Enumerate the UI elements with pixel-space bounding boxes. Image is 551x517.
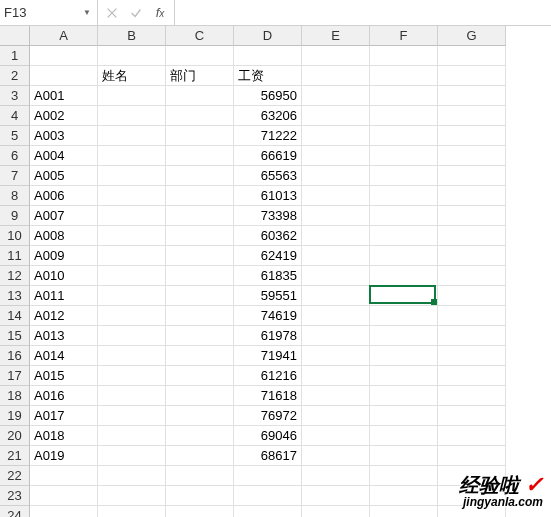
cell-E7[interactable] xyxy=(302,166,370,186)
dropdown-arrow-icon[interactable]: ▼ xyxy=(81,8,93,17)
row-header-5[interactable]: 5 xyxy=(0,126,30,146)
cell-B21[interactable] xyxy=(98,446,166,466)
col-header-F[interactable]: F xyxy=(370,26,438,46)
row-header-8[interactable]: 8 xyxy=(0,186,30,206)
cell-G3[interactable] xyxy=(438,86,506,106)
cell-E2[interactable] xyxy=(302,66,370,86)
cell-A7[interactable]: A005 xyxy=(30,166,98,186)
col-header-E[interactable]: E xyxy=(302,26,370,46)
grid-body[interactable]: 姓名部门工资A00156950A00263206A00371222A004666… xyxy=(30,46,506,517)
cell-D7[interactable]: 65563 xyxy=(234,166,302,186)
cell-C23[interactable] xyxy=(166,486,234,506)
cell-F8[interactable] xyxy=(370,186,438,206)
cell-A15[interactable]: A013 xyxy=(30,326,98,346)
cell-A22[interactable] xyxy=(30,466,98,486)
cell-C17[interactable] xyxy=(166,366,234,386)
row-header-3[interactable]: 3 xyxy=(0,86,30,106)
cell-B11[interactable] xyxy=(98,246,166,266)
cell-E13[interactable] xyxy=(302,286,370,306)
cell-C1[interactable] xyxy=(166,46,234,66)
cell-C24[interactable] xyxy=(166,506,234,517)
cell-F7[interactable] xyxy=(370,166,438,186)
col-header-A[interactable]: A xyxy=(30,26,98,46)
cell-C11[interactable] xyxy=(166,246,234,266)
enter-button[interactable] xyxy=(124,0,148,25)
cell-F24[interactable] xyxy=(370,506,438,517)
cell-B18[interactable] xyxy=(98,386,166,406)
cell-A13[interactable]: A011 xyxy=(30,286,98,306)
cell-G17[interactable] xyxy=(438,366,506,386)
cell-E14[interactable] xyxy=(302,306,370,326)
cell-G18[interactable] xyxy=(438,386,506,406)
cell-E22[interactable] xyxy=(302,466,370,486)
col-header-B[interactable]: B xyxy=(98,26,166,46)
row-header-23[interactable]: 23 xyxy=(0,486,30,506)
cell-E17[interactable] xyxy=(302,366,370,386)
cell-D5[interactable]: 71222 xyxy=(234,126,302,146)
row-header-11[interactable]: 11 xyxy=(0,246,30,266)
cell-F1[interactable] xyxy=(370,46,438,66)
cell-D10[interactable]: 60362 xyxy=(234,226,302,246)
cell-C5[interactable] xyxy=(166,126,234,146)
cell-G14[interactable] xyxy=(438,306,506,326)
cell-E21[interactable] xyxy=(302,446,370,466)
cell-F6[interactable] xyxy=(370,146,438,166)
cell-E18[interactable] xyxy=(302,386,370,406)
cell-E19[interactable] xyxy=(302,406,370,426)
cell-F2[interactable] xyxy=(370,66,438,86)
cell-C2[interactable]: 部门 xyxy=(166,66,234,86)
cell-G20[interactable] xyxy=(438,426,506,446)
cell-D6[interactable]: 66619 xyxy=(234,146,302,166)
cell-B16[interactable] xyxy=(98,346,166,366)
cell-C14[interactable] xyxy=(166,306,234,326)
cell-E8[interactable] xyxy=(302,186,370,206)
cell-B23[interactable] xyxy=(98,486,166,506)
cell-E24[interactable] xyxy=(302,506,370,517)
cell-F17[interactable] xyxy=(370,366,438,386)
cell-B7[interactable] xyxy=(98,166,166,186)
cell-G21[interactable] xyxy=(438,446,506,466)
cell-B4[interactable] xyxy=(98,106,166,126)
cell-B20[interactable] xyxy=(98,426,166,446)
cell-B1[interactable] xyxy=(98,46,166,66)
cell-F3[interactable] xyxy=(370,86,438,106)
cell-A6[interactable]: A004 xyxy=(30,146,98,166)
row-header-9[interactable]: 9 xyxy=(0,206,30,226)
cell-D21[interactable]: 68617 xyxy=(234,446,302,466)
cell-D12[interactable]: 61835 xyxy=(234,266,302,286)
cell-B22[interactable] xyxy=(98,466,166,486)
cell-G15[interactable] xyxy=(438,326,506,346)
cell-A20[interactable]: A018 xyxy=(30,426,98,446)
row-header-15[interactable]: 15 xyxy=(0,326,30,346)
cell-A1[interactable] xyxy=(30,46,98,66)
cell-B15[interactable] xyxy=(98,326,166,346)
cell-D3[interactable]: 56950 xyxy=(234,86,302,106)
cell-C4[interactable] xyxy=(166,106,234,126)
cell-B17[interactable] xyxy=(98,366,166,386)
fx-button[interactable]: fx xyxy=(148,0,172,25)
cell-G7[interactable] xyxy=(438,166,506,186)
cell-D22[interactable] xyxy=(234,466,302,486)
cell-C16[interactable] xyxy=(166,346,234,366)
cell-D8[interactable]: 61013 xyxy=(234,186,302,206)
cell-D20[interactable]: 69046 xyxy=(234,426,302,446)
select-all-corner[interactable] xyxy=(0,26,30,46)
row-header-19[interactable]: 19 xyxy=(0,406,30,426)
cell-A16[interactable]: A014 xyxy=(30,346,98,366)
cell-E5[interactable] xyxy=(302,126,370,146)
row-header-21[interactable]: 21 xyxy=(0,446,30,466)
cell-G19[interactable] xyxy=(438,406,506,426)
cell-E1[interactable] xyxy=(302,46,370,66)
row-header-12[interactable]: 12 xyxy=(0,266,30,286)
cell-G9[interactable] xyxy=(438,206,506,226)
cell-A4[interactable]: A002 xyxy=(30,106,98,126)
cell-D4[interactable]: 63206 xyxy=(234,106,302,126)
cell-E12[interactable] xyxy=(302,266,370,286)
cell-D16[interactable]: 71941 xyxy=(234,346,302,366)
cell-F11[interactable] xyxy=(370,246,438,266)
cell-B5[interactable] xyxy=(98,126,166,146)
cell-B12[interactable] xyxy=(98,266,166,286)
cell-B2[interactable]: 姓名 xyxy=(98,66,166,86)
col-header-D[interactable]: D xyxy=(234,26,302,46)
cell-D1[interactable] xyxy=(234,46,302,66)
